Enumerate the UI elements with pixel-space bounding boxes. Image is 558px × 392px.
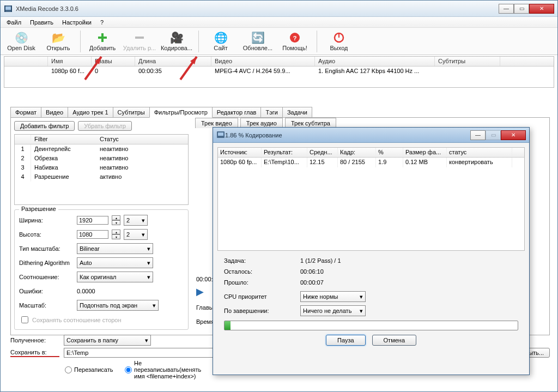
tab-strip: Формат Видео Аудио трек 1 Субтитры Фильт… — [10, 105, 550, 117]
save-to-label: Сохранить в: — [10, 349, 59, 357]
height-spinner[interactable]: ▴▾ — [112, 230, 120, 239]
received-combo[interactable]: Сохранить в папку — [64, 335, 151, 346]
cancel-button[interactable]: Отмена — [372, 335, 416, 346]
menu-settings[interactable]: Настройки — [58, 18, 95, 27]
progress-fill — [225, 321, 231, 330]
filter-row[interactable]: 1Деинтерлейснеактивно — [15, 144, 188, 154]
dialog-maximize-button: ▭ — [486, 130, 501, 140]
window-controls: — ▭ ✕ — [499, 4, 554, 14]
svg-rect-1 — [5, 7, 11, 10]
app-icon — [4, 4, 13, 13]
encoding-row[interactable]: 1080p 60 fp... E:\Temp\10... 12.15 80 / … — [218, 158, 524, 167]
error-value: 0.0000 — [77, 288, 95, 294]
minimize-button[interactable]: — — [499, 4, 514, 14]
filter-row[interactable]: 2Обрезканеактивно — [15, 154, 188, 163]
overwrite-radio[interactable]: Перезаписать — [65, 366, 114, 373]
width-input[interactable] — [77, 216, 108, 225]
open-disk-button[interactable]: 💿 Open Disk — [3, 29, 40, 54]
width-spinner[interactable]: ▴▾ — [112, 215, 120, 225]
refresh-icon: 🔄 — [251, 31, 264, 44]
oncomplete-combo[interactable]: Ничего не делать — [300, 305, 366, 316]
dialog-minimize-button[interactable]: — — [470, 130, 486, 140]
titlebar: XMedia Recode 3.3.0.6 — ▭ ✕ — [1, 1, 557, 17]
toolbar: 💿 Open Disk 📂 Открыть Добавить Удалить р… — [1, 28, 557, 55]
error-label: Ошибки: — [19, 288, 74, 294]
remain-label: Осталось: — [224, 268, 300, 275]
remove-button[interactable]: Удалить р... — [121, 29, 158, 54]
dialog-titlebar[interactable]: 1.86 % Кодирование — ▭ ✕ — [213, 128, 529, 143]
task-value: 1 (1/2 Pass) / 1 — [300, 257, 341, 264]
scale-type-combo[interactable]: Bilinear — [77, 243, 153, 254]
zoom-combo[interactable]: Подогнать под экран — [77, 300, 159, 311]
keep-aspect-checkbox[interactable] — [21, 316, 28, 323]
svg-rect-16 — [218, 132, 223, 136]
tab-video[interactable]: Видео — [41, 107, 68, 117]
zoom-label: Масштаб: — [19, 302, 74, 309]
tab-tags[interactable]: Тэги — [260, 107, 283, 117]
dialog-title: 1.86 % Кодирование — [225, 132, 470, 138]
svg-rect-2 — [4, 5, 5, 12]
tab-format[interactable]: Формат — [10, 107, 41, 117]
pause-button[interactable]: Пауза — [326, 335, 366, 346]
folder-open-icon: 📂 — [52, 31, 65, 44]
tab-chapters[interactable]: Редактор глав — [212, 107, 262, 117]
tab-tasks[interactable]: Задачи — [282, 107, 312, 117]
received-label: Полученное: — [10, 337, 59, 343]
help-icon: ? — [288, 31, 301, 44]
task-label: Задача: — [224, 257, 300, 264]
tab-filters[interactable]: Фильтры/Просмотр — [149, 107, 213, 118]
height-div-combo[interactable]: 2 — [124, 229, 148, 240]
tab-audio[interactable]: Аудио трек 1 — [68, 107, 113, 117]
dialog-close-button[interactable]: ✕ — [501, 130, 526, 140]
cpu-priority-combo[interactable]: Ниже нормы — [300, 291, 366, 302]
filter-row[interactable]: 4Разрешениеактивно — [15, 172, 188, 182]
filter-row[interactable]: 3Набивканеактивно — [15, 163, 188, 172]
close-button[interactable]: ✕ — [529, 4, 554, 14]
power-icon — [332, 31, 345, 44]
dither-combo[interactable]: Auto — [77, 257, 153, 268]
svg-rect-10 — [338, 33, 339, 38]
add-filter-button[interactable]: Добавить фильтр — [14, 121, 75, 131]
window-title: XMedia Recode 3.3.0.6 — [16, 5, 499, 12]
menu-file[interactable]: Файл — [3, 18, 25, 27]
filters-table[interactable]: Filter Статус 1Деинтерлейснеактивно 2Обр… — [14, 134, 189, 205]
camera-icon: 🎥 — [170, 31, 183, 44]
site-button[interactable]: 🌐 Сайт — [202, 29, 239, 54]
update-button[interactable]: 🔄 Обновле... — [239, 29, 276, 54]
remove-filter-button[interactable]: Убрать фильтр — [78, 121, 132, 131]
help-button[interactable]: ? Помощь! — [276, 29, 313, 54]
height-label: Высота: — [19, 231, 74, 238]
height-input[interactable] — [77, 230, 108, 239]
save-to-input[interactable] — [64, 348, 227, 358]
progress-bar — [224, 321, 518, 330]
menu-edit[interactable]: Править — [26, 18, 57, 27]
svg-rect-6 — [135, 37, 144, 39]
svg-rect-5 — [98, 37, 107, 39]
tab-subtitles[interactable]: Субтитры — [113, 107, 150, 117]
globe-icon: 🌐 — [214, 31, 227, 44]
file-list[interactable]: Имя Главы Длина Видео Аудио Субтитры 108… — [4, 56, 554, 88]
open-button[interactable]: 📂 Открыть — [40, 29, 77, 54]
ratio-combo[interactable]: Как оригинал — [77, 272, 153, 282]
width-div-combo[interactable]: 2 — [124, 215, 148, 226]
encoding-dialog: 1.86 % Кодирование — ▭ ✕ Источник: Резул… — [213, 127, 530, 375]
encoding-table[interactable]: Источник: Результат: Средн... Кадр: % Ра… — [217, 147, 525, 251]
width-label: Ширина: — [19, 217, 74, 224]
add-button[interactable]: Добавить — [84, 29, 121, 54]
keep-aspect-label: Сохранять соотношение сторон — [32, 317, 122, 323]
file-list-header: Имя Главы Длина Видео Аудио Субтитры — [4, 57, 554, 67]
encode-button[interactable]: 🎥 Кодирова... — [158, 29, 195, 54]
resolution-group: Разрешение Ширина: ▴▾ 2 Высота: ▴▾ 2 Тип… — [14, 209, 189, 330]
no-overwrite-radio[interactable]: Не перезаписывать(менять имя <filename+i… — [125, 360, 174, 379]
svg-text:?: ? — [293, 35, 297, 41]
minus-icon — [133, 31, 146, 44]
encoding-info: Задача:1 (1/2 Pass) / 1 Осталось:00:06:1… — [224, 255, 518, 316]
exit-button[interactable]: Выход — [320, 29, 357, 54]
elapsed-label: Прошло: — [224, 279, 300, 286]
menu-help[interactable]: ? — [96, 18, 107, 27]
elapsed-value: 00:00:07 — [300, 279, 324, 286]
oncomplete-label: По завершении: — [224, 307, 300, 314]
film-icon — [216, 130, 225, 140]
maximize-button[interactable]: ▭ — [514, 4, 529, 14]
file-row[interactable]: 1080p 60 f... 0 00:00:35 MPEG-4 AVC / H.… — [4, 67, 554, 76]
